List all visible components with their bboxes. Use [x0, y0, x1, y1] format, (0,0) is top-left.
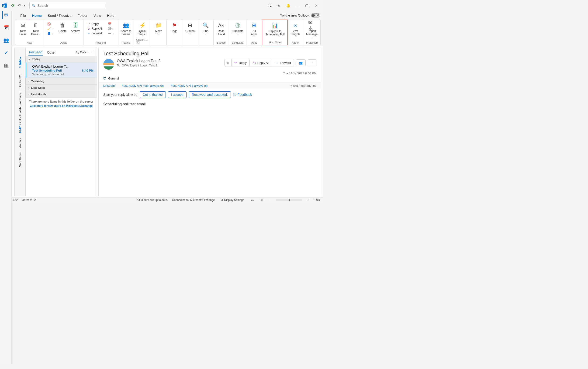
sync-icon[interactable]: ⟳ — [11, 3, 15, 8]
zoom-level[interactable]: 100% — [313, 198, 320, 202]
qat-dropdown-icon[interactable]: ▾ — [24, 4, 25, 7]
premium-icon[interactable]: ◈ — [274, 1, 284, 10]
reading-reply-all-button[interactable]: ⮌Reply All — [250, 59, 272, 66]
date-group-last-month[interactable]: ›Last Month — [26, 91, 97, 98]
menu-folder[interactable]: Folder — [75, 12, 91, 19]
more-actions-button[interactable]: ⋯ — [308, 60, 316, 66]
folder-sent[interactable]: Sent Items — [18, 150, 22, 169]
date-group-last-week[interactable]: ›Last Week — [26, 85, 97, 91]
zoom-in-button[interactable]: + — [307, 198, 309, 202]
zoom-slider[interactable] — [276, 200, 302, 200]
tab-other[interactable]: Other — [47, 49, 56, 56]
viva-insights-button[interactable]: ∞ Viva Insights — [289, 21, 301, 37]
delete-button[interactable]: 🗑 Delete — [57, 21, 68, 33]
share-im-button[interactable]: 💬⌄ — [107, 27, 115, 31]
folder-archive[interactable]: Archive — [18, 135, 22, 150]
ignore-button[interactable]: 🚫 — [46, 22, 55, 26]
view-more-link[interactable]: Click here to view more on Microsoft Exc… — [26, 104, 97, 110]
quick-reply-chip-2[interactable]: I accept! — [168, 91, 186, 98]
cleanup-button[interactable]: 🧹⌄ — [46, 27, 55, 31]
find-icon: 🔍 — [202, 22, 209, 29]
all-apps-button[interactable]: ⊞ All Apps — [248, 21, 260, 37]
sort-direction-icon[interactable]: ↑ — [93, 51, 94, 54]
archive-button[interactable]: 🗄 Archive — [70, 21, 81, 33]
rail-calendar-icon[interactable]: 📅 — [2, 24, 10, 31]
undo-icon[interactable]: ↶ — [18, 3, 21, 8]
rail-people-icon[interactable]: 👥 — [2, 36, 10, 44]
reply-all-button[interactable]: ⮌Reply All — [86, 27, 104, 31]
status-connection: Connected to: Microsoft Exchange — [172, 198, 215, 202]
more-respond-button[interactable]: ⋯⌄ — [107, 31, 115, 35]
quick-steps-button[interactable]: ⚡ Quick Steps ⌄ — [137, 21, 148, 37]
sort-label[interactable]: By Date — [75, 51, 86, 54]
feedback-link[interactable]: ⓘFeedback — [233, 92, 252, 97]
zoom-out-button[interactable]: − — [269, 198, 270, 202]
quick-reply-label: Start your reply all with: — [103, 93, 137, 96]
ribbon-group-language: ㊊ Translate⌄ Language — [229, 20, 247, 45]
ribbon-expand-icon[interactable]: ⌄ — [316, 40, 318, 44]
folder-drafts[interactable]: Drafts [320] — [18, 70, 22, 91]
folder-owf[interactable]: 6947 Outlook Web Feedback — [18, 91, 22, 135]
minimize-button[interactable]: — — [293, 1, 302, 10]
reading-reply-button[interactable]: ↩Reply — [232, 59, 249, 66]
addin-fast-reply-3[interactable]: Fast Reply API 3 always on — [171, 84, 207, 87]
quick-reply-chip-1[interactable]: Got it, thanks! — [140, 91, 166, 98]
rail-mail-icon[interactable]: ✉ — [2, 11, 10, 19]
forward-button[interactable]: →Forward — [86, 31, 104, 35]
find-button[interactable]: 🔍 Find⌄ — [200, 21, 211, 37]
sender-name: OWA Explicit Logon Test 5 — [117, 59, 224, 63]
search-input[interactable] — [38, 4, 104, 8]
menu-help[interactable]: Help — [104, 12, 117, 19]
notifications-icon[interactable]: 🔔 — [284, 1, 293, 10]
more-icon: ⋯ — [108, 32, 112, 35]
share-to-teams-button[interactable]: 👥 Share to Teams — [120, 21, 132, 37]
new-email-button[interactable]: ✉ New Email — [17, 21, 29, 37]
groups-icon: ⊞ — [186, 22, 194, 29]
try-new-outlook-toggle[interactable]: Off — [311, 13, 320, 18]
view-reading-button[interactable]: ▥ — [259, 198, 265, 202]
translate-button[interactable]: ㊊ Translate⌄ — [231, 21, 245, 37]
tab-focused[interactable]: Focused — [29, 49, 43, 56]
ribbon-group-teams-label: Teams — [122, 41, 130, 44]
reply-icon: ↩ — [234, 61, 237, 65]
read-aloud-button[interactable]: A» Read Aloud — [216, 21, 227, 37]
rail-more-apps-icon[interactable]: ▦ — [2, 62, 10, 69]
date-group-today[interactable]: ⌄Today — [26, 56, 97, 62]
new-items-button[interactable]: 🗓 New Items ⌄ — [30, 21, 42, 37]
view-normal-button[interactable]: ▭ — [250, 198, 255, 202]
menu-view[interactable]: View — [91, 12, 104, 19]
chevron-down-icon[interactable]: ⌄ — [87, 51, 89, 54]
react-button[interactable]: ☺ — [224, 59, 232, 66]
report-message-button[interactable]: ✉⚠ Report Message ⌄ — [305, 21, 319, 40]
coming-soon-badge[interactable]: 2 — [268, 3, 273, 8]
addin-fast-reply-main[interactable]: Fast Reply API-main always on — [122, 84, 164, 87]
expand-folders-icon[interactable]: › — [20, 47, 21, 54]
junk-button[interactable]: 👤⌄ — [46, 31, 55, 35]
maximize-button[interactable]: ▢ — [302, 1, 311, 10]
message-item[interactable]: OWA Explicit Logon T… Test Scheduling Po… — [26, 62, 97, 78]
date-group-yesterday[interactable]: ›Yesterday — [26, 78, 97, 85]
get-more-addins[interactable]: + Get more add-ins — [290, 84, 316, 87]
close-button[interactable]: ✕ — [311, 1, 321, 10]
viva-icon: ∞ — [292, 22, 299, 29]
quick-reply-chip-3[interactable]: Received, and accepted. — [189, 91, 231, 98]
teams-chat-button[interactable]: 👥 — [296, 60, 306, 66]
message-time: 8:40 PM — [82, 69, 93, 72]
menu-send-receive[interactable]: Send / Receive — [45, 12, 75, 19]
move-button[interactable]: 📁 Move⌄ — [153, 21, 165, 37]
search-box[interactable]: 🔍 — [29, 2, 106, 9]
meeting-button[interactable]: 📅 — [107, 22, 115, 26]
ribbon-group-language-label: Language — [232, 41, 243, 44]
reading-forward-button[interactable]: →Forward — [272, 59, 294, 66]
folder-inbox[interactable]: 3 Inbox — [18, 54, 22, 70]
reply-button[interactable]: ↩Reply — [86, 22, 104, 26]
menu-file[interactable]: File — [17, 12, 29, 19]
reply-with-scheduling-poll-button[interactable]: 📊 Reply with Scheduling Poll — [264, 21, 286, 37]
addin-linkedin[interactable]: LinkedIn — [103, 84, 115, 87]
tags-button[interactable]: ⚑ Tags⌄ — [169, 21, 180, 37]
menu-home[interactable]: Home — [29, 12, 45, 19]
rail-todo-icon[interactable]: ✔ — [2, 49, 10, 56]
reading-subject: Test Scheduling Poll — [99, 51, 321, 59]
display-settings-button[interactable]: 🖥 Display Settings — [219, 198, 246, 202]
groups-button[interactable]: ⊞ Groups⌄ — [184, 21, 196, 37]
